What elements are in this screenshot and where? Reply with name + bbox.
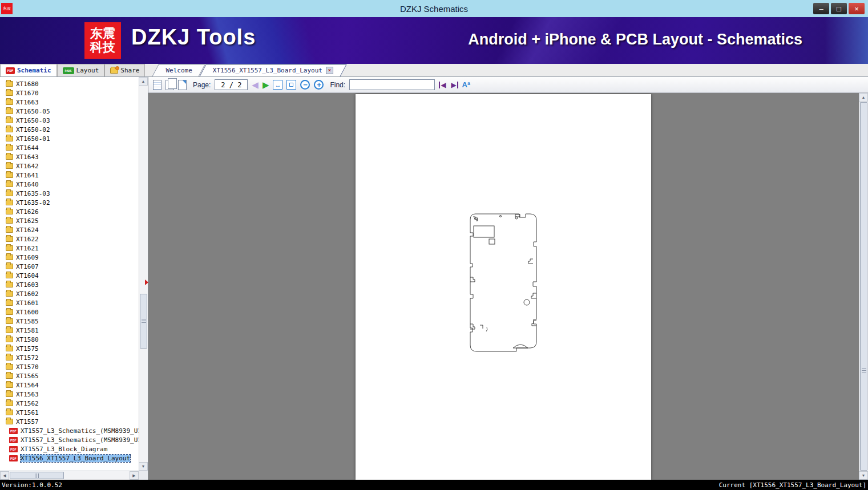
- match-case-icon[interactable]: Aª: [462, 80, 470, 89]
- version-text: Version:1.0.0.52: [2, 481, 62, 489]
- scroll-left-icon[interactable]: ◀: [0, 471, 9, 480]
- fit-width-icon[interactable]: ↔: [273, 80, 282, 90]
- folder-icon: [6, 218, 13, 224]
- zoom-out-icon[interactable]: −: [300, 80, 310, 90]
- tree-folder-item[interactable]: XT1650-01: [0, 134, 139, 143]
- tree-folder-item[interactable]: XT1575: [0, 344, 139, 353]
- sidebar-hscrollbar-thumb[interactable]: [10, 472, 64, 479]
- tree-folder-item[interactable]: XT1572: [0, 353, 139, 362]
- tree-item-label: XT1562: [16, 400, 39, 407]
- tree-item-label: XT1602: [16, 290, 39, 298]
- tree-folder-item[interactable]: XT1557: [0, 417, 139, 426]
- tab-schematic-label: Schematic: [17, 67, 51, 74]
- doc-tab-board-layout[interactable]: XT1556_XT1557_L3_Board_Layout ×: [203, 64, 344, 76]
- close-tab-icon[interactable]: ×: [326, 67, 333, 74]
- sidebar-scrollbar-thumb[interactable]: [140, 294, 147, 349]
- page-thumbnail-icon[interactable]: [153, 80, 162, 90]
- viewer-vertical-scrollbar[interactable]: ▲ ▼: [859, 93, 868, 480]
- zoom-in-icon[interactable]: +: [314, 80, 324, 90]
- tree-folder-item[interactable]: XT1643: [0, 152, 139, 161]
- tree-item-label: XT1650-02: [16, 126, 50, 133]
- sidebar-vertical-scrollbar[interactable]: ▲ ▼: [139, 77, 148, 471]
- tree-folder-item[interactable]: XT1680: [0, 79, 139, 88]
- document-viewer[interactable]: ▲ ▼: [148, 93, 868, 480]
- tree-item-label: XT1663: [16, 99, 39, 106]
- tree-folder-item[interactable]: XT1603: [0, 280, 139, 289]
- viewer-toolbar: Page: ◀ ▶ ↔ − + Find: ◀ ▶ Aª: [148, 77, 868, 93]
- tab-schematic[interactable]: PDF Schematic: [0, 64, 57, 76]
- tree-folder-item[interactable]: XT1663: [0, 98, 139, 107]
- previous-page-icon[interactable]: ◀: [252, 80, 259, 89]
- tree-folder-item[interactable]: XT1641: [0, 171, 139, 180]
- tree-folder-item[interactable]: XT1644: [0, 143, 139, 152]
- folder-icon: [6, 81, 13, 87]
- tree-folder-item[interactable]: XT1650-05: [0, 107, 139, 116]
- tree-item-label: XT1609: [16, 254, 39, 261]
- next-page-icon[interactable]: ▶: [263, 80, 269, 89]
- tree-folder-item[interactable]: XT1650-02: [0, 125, 139, 134]
- find-next-icon[interactable]: ▶: [450, 82, 458, 88]
- tree-folder-item[interactable]: XT1602: [0, 289, 139, 298]
- sidebar-horizontal-scrollbar[interactable]: ◀ ▶: [0, 471, 139, 480]
- tree-folder-item[interactable]: XT1635-02: [0, 198, 139, 207]
- scroll-down-icon[interactable]: ▼: [139, 462, 148, 471]
- folder-icon: [6, 108, 13, 114]
- brand-logo-line2: 科技: [90, 41, 115, 54]
- tree-item-label: XT1575: [16, 345, 39, 353]
- tree-item-label: XT1622: [16, 236, 39, 243]
- find-input[interactable]: [349, 79, 435, 90]
- tree-folder-item[interactable]: XT1570: [0, 362, 139, 371]
- tree-folder-item[interactable]: XT1561: [0, 408, 139, 417]
- scroll-up-icon[interactable]: ▲: [859, 93, 868, 102]
- tree-folder-item[interactable]: XT1563: [0, 390, 139, 399]
- tree-folder-item[interactable]: XT1621: [0, 244, 139, 253]
- tree-folder-item[interactable]: XT1585: [0, 317, 139, 326]
- tree-folder-item[interactable]: XT1580: [0, 335, 139, 344]
- tab-share[interactable]: Share: [104, 64, 145, 76]
- scroll-down-icon[interactable]: ▼: [859, 471, 868, 480]
- tree-folder-item[interactable]: XT1581: [0, 326, 139, 335]
- scroll-up-icon[interactable]: ▲: [139, 77, 148, 86]
- tree-folder-item[interactable]: XT1624: [0, 225, 139, 234]
- tree-folder-item[interactable]: XT1600: [0, 307, 139, 317]
- tree-folder-item[interactable]: XT1604: [0, 271, 139, 280]
- doc-tab-board-layout-label: XT1556_XT1557_L3_Board_Layout: [213, 67, 322, 74]
- thumb-grip-icon: [35, 473, 39, 478]
- tree-folder-item[interactable]: XT1562: [0, 399, 139, 408]
- tree-folder-item[interactable]: XT1607: [0, 262, 139, 271]
- tree-folder-item[interactable]: XT1625: [0, 216, 139, 225]
- tree-folder-item[interactable]: XT1650-03: [0, 116, 139, 125]
- tree-pdf-item[interactable]: PDFXT1556_XT1557_L3_Board_Layout: [0, 453, 139, 463]
- tree-folder-item[interactable]: XT1640: [0, 180, 139, 189]
- minimize-button[interactable]: –: [813, 3, 829, 14]
- find-previous-icon[interactable]: ◀: [439, 82, 446, 88]
- tree-folder-item[interactable]: XT1642: [0, 161, 139, 171]
- tree-item-label: XT1565: [16, 372, 39, 380]
- viewer-scrollbar-thumb[interactable]: [860, 102, 867, 471]
- tree-pdf-item[interactable]: PDFXT1557_L3_Schematics_(MSM8939_U10: [0, 426, 139, 435]
- tree-folder-item[interactable]: XT1564: [0, 380, 139, 390]
- tree-folder-item[interactable]: XT1635-03: [0, 189, 139, 198]
- maximize-button[interactable]: □: [831, 3, 847, 14]
- tree-folder-item[interactable]: XT1609: [0, 253, 139, 262]
- doc-tab-welcome[interactable]: Welcome: [155, 64, 202, 76]
- tree-item-label: XT1650-05: [16, 108, 50, 115]
- fit-page-icon[interactable]: [286, 80, 296, 90]
- tree-folder-item[interactable]: XT1601: [0, 298, 139, 307]
- page-number-input[interactable]: [215, 79, 248, 90]
- tab-layout[interactable]: PADS Layout: [57, 64, 105, 76]
- tree-item-label: XT1624: [16, 226, 39, 234]
- tree-pdf-item[interactable]: PDFXT1557_L3_Block_Diagram: [0, 444, 139, 453]
- tree-folder-item[interactable]: XT1622: [0, 234, 139, 244]
- tree-item-label: XT1557_L3_Schematics_(MSM8939_U10: [21, 436, 139, 444]
- tree-folder-item[interactable]: XT1626: [0, 207, 139, 216]
- page-layout-icon[interactable]: [178, 80, 187, 90]
- tree-pdf-item[interactable]: PDFXT1557_L3_Schematics_(MSM8939_U10: [0, 435, 139, 444]
- copy-pages-icon[interactable]: [165, 80, 174, 90]
- close-button[interactable]: ×: [849, 3, 865, 14]
- tree-folder-item[interactable]: XT1670: [0, 88, 139, 98]
- folder-icon: [6, 400, 13, 406]
- splitter-collapse-arrow[interactable]: [145, 280, 148, 285]
- tree-folder-item[interactable]: XT1565: [0, 371, 139, 380]
- scroll-right-icon[interactable]: ▶: [130, 471, 139, 480]
